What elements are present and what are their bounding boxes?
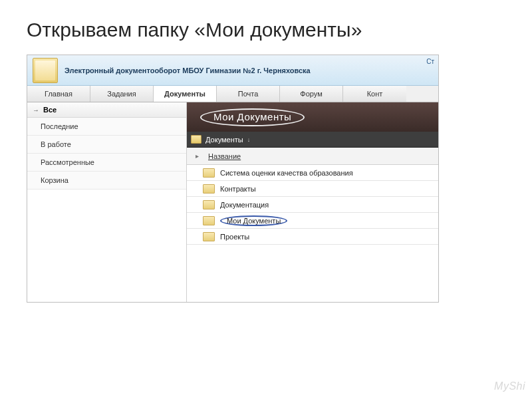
- app-window: Электронный документооборот МБОУ Гимнази…: [27, 55, 439, 303]
- tab-home[interactable]: Главная: [27, 86, 90, 102]
- nav-tabs: Главная Задания Документы Почта Форум Ко…: [27, 86, 438, 102]
- content-area: → Все Последние В работе Рассмотренные К…: [27, 102, 438, 302]
- chevron-down-icon: ↓: [247, 136, 251, 143]
- tab-contacts[interactable]: Конт: [343, 86, 406, 102]
- folder-row[interactable]: Мои Документы: [187, 213, 438, 229]
- highlighted-folder-name: Мои Документы: [220, 215, 287, 226]
- watermark: MyShi: [494, 380, 525, 392]
- breadcrumb-label: Документы: [205, 136, 243, 144]
- slide-title: Открываем папку «Мои документы»: [0, 0, 532, 55]
- folder-name: Контракты: [220, 185, 256, 193]
- breadcrumb[interactable]: Документы ↓: [187, 132, 438, 148]
- expand-icon[interactable]: ▸: [191, 152, 203, 160]
- app-header: Электронный документооборот МБОУ Гимнази…: [27, 55, 438, 86]
- column-name[interactable]: Название: [203, 152, 241, 160]
- folder-row[interactable]: Система оценки качества образования: [187, 165, 438, 181]
- folder-name: Система оценки качества образования: [220, 169, 353, 177]
- sidebar-item-trash[interactable]: Корзина: [27, 172, 186, 190]
- tab-mail[interactable]: Почта: [217, 86, 280, 102]
- folder-row[interactable]: Проекты: [187, 229, 438, 245]
- arrow-right-icon: →: [33, 106, 39, 114]
- tab-documents[interactable]: Документы: [154, 86, 217, 102]
- panel-header: Мои Документы: [187, 102, 438, 132]
- folder-icon: [203, 200, 215, 209]
- folder-row[interactable]: Документация: [187, 197, 438, 213]
- folder-icon: [203, 184, 215, 194]
- sidebar-header[interactable]: → Все: [27, 102, 186, 118]
- column-header-row: ▸ Название: [187, 148, 438, 165]
- folder-row[interactable]: Контракты: [187, 181, 438, 197]
- main-panel: Мои Документы Документы ↓ ▸ Название Сис…: [187, 102, 438, 302]
- header-right-fragment: Ст: [426, 58, 434, 65]
- sidebar-item-recent[interactable]: Последние: [27, 118, 186, 136]
- folder-name: Проекты: [220, 233, 249, 241]
- tab-forum[interactable]: Форум: [280, 86, 343, 102]
- sidebar-item-reviewed[interactable]: Рассмотренные: [27, 154, 186, 172]
- folder-icon: [33, 58, 58, 83]
- sidebar: → Все Последние В работе Рассмотренные К…: [27, 102, 187, 302]
- folder-icon: [203, 168, 215, 178]
- tab-tasks[interactable]: Задания: [90, 86, 154, 102]
- panel-title: Мои Документы: [200, 108, 305, 126]
- folder-icon: [191, 135, 201, 144]
- sidebar-header-label: Все: [43, 106, 57, 114]
- folder-icon: [203, 216, 215, 225]
- sidebar-item-inwork[interactable]: В работе: [27, 136, 186, 154]
- app-header-title: Электронный документооборот МБОУ Гимнази…: [65, 66, 311, 74]
- folder-icon: [203, 232, 215, 241]
- folder-name: Документация: [220, 201, 269, 209]
